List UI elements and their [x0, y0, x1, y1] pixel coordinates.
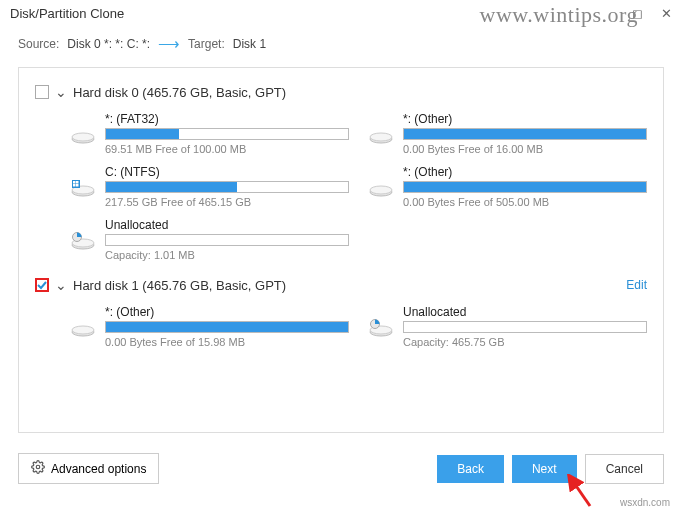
usage-bar — [403, 321, 647, 333]
gear-icon — [31, 460, 45, 477]
arrow-icon: ⟶ — [158, 35, 180, 53]
partition-item[interactable]: *: (Other)0.00 Bytes Free of 15.98 MB — [71, 303, 349, 350]
partition-info: *: (Other)0.00 Bytes Free of 16.00 MB — [403, 112, 647, 155]
footer-bar: Advanced options Back Next Cancel — [0, 447, 682, 490]
partition-item[interactable]: *: (Other)0.00 Bytes Free of 16.00 MB — [369, 110, 647, 157]
maximize-icon[interactable]: ◻ — [632, 6, 643, 21]
usage-bar — [105, 128, 349, 140]
pie-icon — [369, 319, 393, 337]
partition-info: *: (Other)0.00 Bytes Free of 505.00 MB — [403, 165, 647, 208]
usage-bar — [105, 321, 349, 333]
partition-subtext: Capacity: 1.01 MB — [105, 249, 349, 261]
partition-subtext: 0.00 Bytes Free of 15.98 MB — [105, 336, 349, 348]
advanced-options-button[interactable]: Advanced options — [18, 453, 159, 484]
partition-subtext: 69.51 MB Free of 100.00 MB — [105, 143, 349, 155]
source-label: Source: — [18, 37, 59, 51]
chevron-down-icon: ⌄ — [55, 277, 67, 293]
drive-icon — [369, 179, 393, 197]
source-target-row: Source: Disk 0 *: *: C: *: ⟶ Target: Dis… — [0, 27, 682, 67]
partition-subtext: 0.00 Bytes Free of 505.00 MB — [403, 196, 647, 208]
partition-item[interactable]: *: (Other)0.00 Bytes Free of 505.00 MB — [369, 163, 647, 210]
partition-info: UnallocatedCapacity: 1.01 MB — [105, 218, 349, 261]
disk-header[interactable]: ⌄Hard disk 0 (465.76 GB, Basic, GPT) — [35, 80, 647, 104]
next-button[interactable]: Next — [512, 455, 577, 483]
source-value: Disk 0 *: *: C: *: — [67, 37, 150, 51]
usage-bar-fill — [404, 129, 646, 139]
partition-info: *: (FAT32)69.51 MB Free of 100.00 MB — [105, 112, 349, 155]
disk-title: Hard disk 1 (465.76 GB, Basic, GPT) — [73, 278, 286, 293]
partition-subtext: 217.55 GB Free of 465.15 GB — [105, 196, 349, 208]
partition-subtext: Capacity: 465.75 GB — [403, 336, 647, 348]
partition-label: *: (Other) — [403, 165, 647, 179]
drive-icon — [71, 126, 95, 144]
disk-checkbox[interactable] — [35, 85, 49, 99]
usage-bar — [105, 181, 349, 193]
target-value: Disk 1 — [233, 37, 266, 51]
target-label: Target: — [188, 37, 225, 51]
partition-subtext: 0.00 Bytes Free of 16.00 MB — [403, 143, 647, 155]
drive-icon — [71, 319, 95, 337]
titlebar: Disk/Partition Clone ◻ ✕ — [0, 0, 682, 27]
window-controls: ◻ ✕ — [632, 6, 672, 21]
partition-label: Unallocated — [105, 218, 349, 232]
usage-bar-fill — [106, 322, 348, 332]
disk-panel: ⌄Hard disk 0 (465.76 GB, Basic, GPT)*: (… — [18, 67, 664, 433]
svg-rect-10 — [76, 184, 79, 187]
close-icon[interactable]: ✕ — [661, 6, 672, 21]
edit-link[interactable]: Edit — [626, 278, 647, 292]
svg-rect-8 — [76, 181, 79, 184]
usage-bar-fill — [404, 182, 646, 192]
usage-bar-fill — [106, 182, 237, 192]
svg-rect-9 — [73, 184, 76, 187]
svg-point-1 — [72, 133, 94, 141]
advanced-options-label: Advanced options — [51, 462, 146, 476]
svg-point-17 — [72, 326, 94, 334]
partition-label: *: (FAT32) — [105, 112, 349, 126]
svg-point-12 — [370, 186, 392, 194]
svg-point-3 — [370, 133, 392, 141]
disk-title: Hard disk 0 (465.76 GB, Basic, GPT) — [73, 85, 286, 100]
partition-label: Unallocated — [403, 305, 647, 319]
usage-bar — [403, 181, 647, 193]
partition-label: *: (Other) — [403, 112, 647, 126]
partition-item[interactable]: UnallocatedCapacity: 465.75 GB — [369, 303, 647, 350]
partition-grid: *: (Other)0.00 Bytes Free of 15.98 MBUna… — [71, 303, 647, 350]
back-button[interactable]: Back — [437, 455, 504, 483]
usage-bar — [105, 234, 349, 246]
svg-rect-7 — [73, 181, 76, 184]
usage-bar-fill — [106, 129, 179, 139]
pie-icon — [71, 232, 95, 250]
svg-point-21 — [36, 465, 40, 469]
partition-grid: *: (FAT32)69.51 MB Free of 100.00 MB*: (… — [71, 110, 647, 263]
partition-info: UnallocatedCapacity: 465.75 GB — [403, 305, 647, 348]
partition-info: *: (Other)0.00 Bytes Free of 15.98 MB — [105, 305, 349, 348]
disk-header[interactable]: ⌄Hard disk 1 (465.76 GB, Basic, GPT)Edit — [35, 273, 647, 297]
partition-label: *: (Other) — [105, 305, 349, 319]
window-title: Disk/Partition Clone — [10, 6, 124, 21]
windrive-icon — [71, 179, 95, 197]
cancel-button[interactable]: Cancel — [585, 454, 664, 484]
usage-bar — [403, 128, 647, 140]
partition-item[interactable]: *: (FAT32)69.51 MB Free of 100.00 MB — [71, 110, 349, 157]
drive-icon — [369, 126, 393, 144]
disk-checkbox[interactable] — [35, 278, 49, 292]
credit-text: wsxdn.com — [620, 497, 670, 508]
partition-item[interactable]: UnallocatedCapacity: 1.01 MB — [71, 216, 349, 263]
partition-info: C: (NTFS)217.55 GB Free of 465.15 GB — [105, 165, 349, 208]
chevron-down-icon: ⌄ — [55, 84, 67, 100]
partition-item[interactable]: C: (NTFS)217.55 GB Free of 465.15 GB — [71, 163, 349, 210]
partition-label: C: (NTFS) — [105, 165, 349, 179]
